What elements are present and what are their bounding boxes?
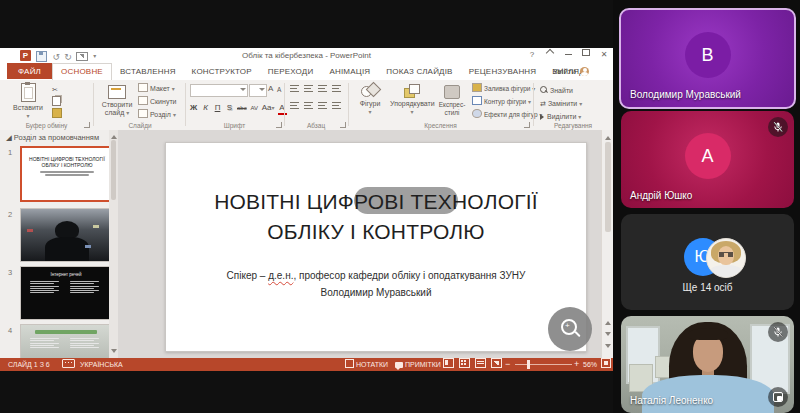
tab-design[interactable]: КОНСТРУКТОР <box>184 63 260 79</box>
participant-tile[interactable]: А Андрій Юшко <box>621 111 794 208</box>
format-painter-button[interactable] <box>52 108 62 119</box>
paste-button[interactable]: Вставити▾ <box>8 82 48 120</box>
drawing-dialog-launcher-icon[interactable] <box>524 122 530 128</box>
find-button[interactable]: Знайти <box>540 85 573 96</box>
scroll-up-icon[interactable] <box>111 132 117 139</box>
group-label-paragraph: Абзац <box>284 122 348 129</box>
new-slide-button[interactable]: Створити слайд ▾ <box>98 82 136 117</box>
slide-sorter-view-icon[interactable] <box>459 358 470 368</box>
zoom-in-button[interactable]: + <box>574 358 579 371</box>
tab-home[interactable]: ОСНОВНЕ <box>52 63 112 80</box>
more-participants-tile[interactable]: Ю Ще 14 осіб <box>621 214 794 310</box>
magnifier-overlay-button[interactable]: + <box>548 307 592 351</box>
arrange-button[interactable]: Упорядкувати▾ <box>390 82 434 116</box>
main-scrollbar-thumb[interactable] <box>605 142 611 232</box>
fit-to-window-button[interactable] <box>601 358 611 371</box>
notes-toggle[interactable]: НОТАТКИ <box>345 358 388 371</box>
ribbon-tab-row: ФАЙЛОСНОВНЕВСТАВЛЕННЯКОНСТРУКТОРПЕРЕХОДИ… <box>0 63 613 81</box>
find-icon <box>540 86 548 94</box>
slide-number: 4 <box>8 326 12 335</box>
participant-video-tile[interactable]: Наталія Леоненко <box>621 316 794 413</box>
reset-button[interactable]: Скинути <box>138 96 177 107</box>
slide-number: 2 <box>8 210 12 219</box>
slide-thumbnail-2[interactable] <box>20 208 112 262</box>
character-spacing-button[interactable]: AV <box>250 103 259 114</box>
cut-button[interactable]: ✂ <box>52 84 58 95</box>
grow-font-button[interactable]: А <box>268 83 273 94</box>
shape-fill-button[interactable]: Заливка фігури ▾ <box>472 83 535 94</box>
shape-effects-button[interactable]: Ефекти для фігур ▾ <box>472 109 542 120</box>
select-button[interactable]: Виділити ▾ <box>540 111 581 122</box>
strikethrough-button[interactable]: abc <box>237 103 247 114</box>
section-header[interactable]: ◢ Розділ за промовчанням <box>6 133 99 142</box>
panel-scrollbar-thumb[interactable] <box>111 140 116 200</box>
shrink-font-button[interactable]: А <box>277 84 281 95</box>
save-icon[interactable] <box>36 51 47 62</box>
tab-insert[interactable]: ВСТАВЛЕННЯ <box>112 63 184 79</box>
thumb1-subtitle-placeholder <box>36 171 99 176</box>
change-case-button[interactable]: Aa▾ <box>262 102 275 114</box>
tab-transitions[interactable]: ПЕРЕХОДИ <box>260 63 322 79</box>
slide-thumbnail-3[interactable]: Інтернет речей <box>20 266 112 320</box>
normal-view-icon[interactable] <box>443 358 454 368</box>
tab-animations[interactable]: АНІМАЦІЯ <box>321 63 378 79</box>
text-shadow-button[interactable]: S <box>225 102 234 113</box>
slide-indicator: СЛАЙД 1 З 6 <box>8 358 50 371</box>
section-label: Розділ <box>150 111 171 118</box>
shape-outline-button[interactable]: Контур фігури ▾ <box>472 96 531 107</box>
slideshow-view-icon[interactable] <box>491 358 502 368</box>
align-center-icon[interactable] <box>304 101 314 110</box>
clipboard-dialog-launcher-icon[interactable] <box>84 122 90 128</box>
text-line-bar <box>40 171 94 173</box>
tab-review[interactable]: РЕЦЕНЗУВАННЯ <box>461 63 545 79</box>
zoom-slider-track[interactable] <box>515 364 572 365</box>
reading-view-icon[interactable] <box>475 358 486 368</box>
zoom-level[interactable]: 56% <box>583 358 597 371</box>
copy-button[interactable] <box>52 96 61 107</box>
font-size-input[interactable] <box>249 84 267 97</box>
start-slideshow-icon[interactable] <box>76 52 88 61</box>
current-slide[interactable]: НОВІТНІ ЦИФРОВІ ТЕХНОЛОГІЇ ОБЛІКУ І КОНТ… <box>165 142 587 352</box>
italic-button[interactable]: К <box>201 102 210 113</box>
text-line-bar <box>70 347 99 348</box>
next-slide-icon[interactable] <box>605 332 611 339</box>
font-color-button[interactable]: А <box>278 102 287 115</box>
align-right-icon[interactable] <box>318 101 328 110</box>
zoom-slider-thumb[interactable] <box>527 360 530 369</box>
panel-scrollbar[interactable] <box>109 130 118 358</box>
underline-button[interactable]: П <box>213 102 222 113</box>
bold-button[interactable]: Ж <box>189 102 198 113</box>
slide-thumbnail-1[interactable]: НОВІТНІ ЦИФРОВІ ТЕХНОЛОГІЇ ОБЛІКУ І КОНТ… <box>20 146 114 202</box>
select-icon <box>540 114 544 120</box>
slide-thumbnail-4[interactable] <box>20 324 112 358</box>
participant-tile-active-speaker[interactable]: В Володимир Муравський <box>619 8 796 109</box>
align-left-icon[interactable] <box>290 101 300 110</box>
paragraph-dialog-launcher-icon[interactable] <box>340 122 346 128</box>
font-dialog-launcher-icon[interactable] <box>276 122 282 128</box>
tab-slideshow[interactable]: ПОКАЗ СЛАЙДІВ <box>378 63 460 79</box>
next-slide-icon[interactable] <box>605 344 611 351</box>
previous-slide-icon[interactable] <box>605 318 611 325</box>
comments-toggle[interactable]: ПРИМІТКИ <box>395 358 441 371</box>
scroll-down-icon[interactable] <box>111 349 117 356</box>
language-status[interactable]: УКРАЇНСЬКА <box>80 358 123 371</box>
zoom-out-button[interactable]: − <box>505 358 510 371</box>
columns-icon[interactable] <box>332 101 342 110</box>
layout-button[interactable]: Макет ▾ <box>138 83 175 94</box>
shapes-button[interactable]: Фігури▾ <box>352 82 388 116</box>
section-button[interactable]: Розділ ▾ <box>138 109 176 120</box>
qat-customize-icon[interactable]: ▾ <box>93 50 96 63</box>
numbering-icon[interactable] <box>304 84 314 93</box>
font-name-input[interactable] <box>190 84 248 97</box>
scroll-up-icon[interactable] <box>605 133 611 140</box>
line-spacing-icon[interactable] <box>332 84 342 93</box>
bullets-icon[interactable] <box>290 84 300 93</box>
sign-in-link[interactable]: Увійти <box>553 63 589 80</box>
keyboard-language-icon <box>62 358 75 371</box>
reset-label: Скинути <box>150 98 177 105</box>
view-options-icon[interactable] <box>768 387 788 407</box>
tab-file[interactable]: ФАЙЛ <box>7 63 52 79</box>
replace-button[interactable]: ⇄Замінити ▾ <box>540 98 582 109</box>
quick-styles-button[interactable]: Експрес-стилі <box>436 82 468 117</box>
indent-decrease-icon[interactable] <box>318 84 328 93</box>
